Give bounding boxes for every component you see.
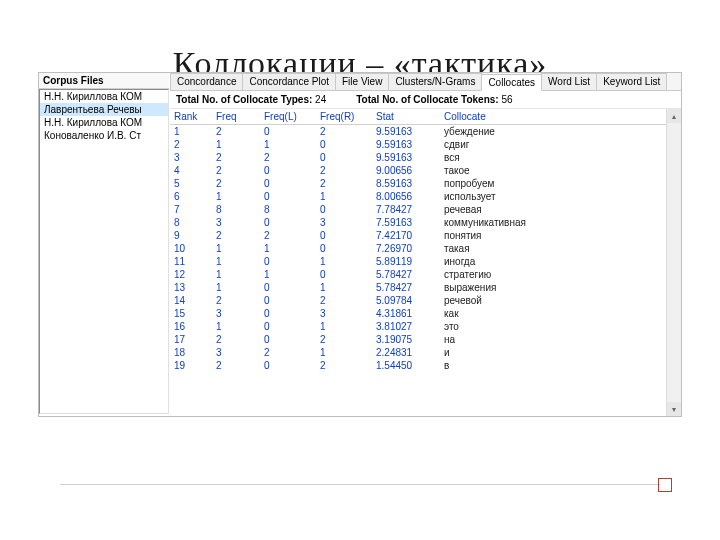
column-header[interactable]: Collocate — [440, 109, 681, 124]
cell: 0 — [260, 281, 316, 294]
tab-word-list[interactable]: Word List — [541, 73, 597, 90]
table-body[interactable]: 12029.59163убеждение21109.59163сдвиг3220… — [170, 125, 681, 414]
cell: 0 — [260, 255, 316, 268]
cell: 2 — [212, 177, 260, 190]
cell: 2 — [212, 229, 260, 242]
cell: 0 — [260, 307, 316, 320]
cell: стратегию — [440, 268, 681, 281]
footer-divider — [60, 484, 660, 485]
table-row[interactable]: 192021.54450в — [170, 359, 681, 372]
cell: 6 — [170, 190, 212, 203]
cell: 3 — [212, 216, 260, 229]
cell: 2.24831 — [372, 346, 440, 359]
table-row[interactable]: 61018.00656использует — [170, 190, 681, 203]
cell: 2 — [212, 359, 260, 372]
cell: 1 — [212, 242, 260, 255]
table-header-row: RankFreqFreq(L)Freq(R)StatCollocate — [170, 109, 681, 125]
column-header[interactable]: Freq(R) — [316, 109, 372, 124]
column-header[interactable]: Rank — [170, 109, 212, 124]
table-row[interactable]: 83037.59163коммуникативная — [170, 216, 681, 229]
corpus-files-list[interactable]: Н.Н. Кириллова КОМЛаврентьева РечевыН.Н.… — [39, 89, 169, 414]
table-row[interactable]: 183212.24831и — [170, 346, 681, 359]
table-row[interactable]: 101107.26970такая — [170, 242, 681, 255]
collocate-types: Total No. of Collocate Types: 24 — [176, 94, 326, 105]
cell: 7.42170 — [372, 229, 440, 242]
cell: 2 — [316, 164, 372, 177]
corpus-file-item[interactable]: Лаврентьева Речевы — [40, 103, 168, 116]
corpus-file-item[interactable]: Н.Н. Кириллова КОМ — [40, 116, 168, 129]
cell: 0 — [316, 138, 372, 151]
corpus-files-header: Corpus Files — [39, 73, 169, 89]
table-row[interactable]: 42029.00656такое — [170, 164, 681, 177]
cell: 13 — [170, 281, 212, 294]
cell: 12 — [170, 268, 212, 281]
tab-file-view[interactable]: File View — [335, 73, 389, 90]
cell: 0 — [260, 320, 316, 333]
table-row[interactable]: 111015.89119иногда — [170, 255, 681, 268]
tab-concordance[interactable]: Concordance — [170, 73, 243, 90]
cell: в — [440, 359, 681, 372]
cell: такая — [440, 242, 681, 255]
app-window: Corpus Files Н.Н. Кириллова КОМЛаврентье… — [38, 72, 682, 417]
scroll-up-icon[interactable]: ▴ — [667, 109, 681, 123]
column-header[interactable]: Stat — [372, 109, 440, 124]
tab-clusters-n-grams[interactable]: Clusters/N-Grams — [388, 73, 482, 90]
cell: 4 — [170, 164, 212, 177]
cell: и — [440, 346, 681, 359]
cell: 1 — [212, 281, 260, 294]
table-row[interactable]: 153034.31861как — [170, 307, 681, 320]
cell: 19 — [170, 359, 212, 372]
cell: 2 — [316, 359, 372, 372]
cell: понятия — [440, 229, 681, 242]
cell: 2 — [212, 164, 260, 177]
cell: 9.59163 — [372, 125, 440, 138]
cell: 3.81027 — [372, 320, 440, 333]
table-row[interactable]: 172023.19075на — [170, 333, 681, 346]
table-row[interactable]: 32209.59163вся — [170, 151, 681, 164]
cell: 9.59163 — [372, 138, 440, 151]
table-row[interactable]: 78807.78427речевая — [170, 203, 681, 216]
cell: 2 — [212, 294, 260, 307]
corpus-file-item[interactable]: Н.Н. Кириллова КОМ — [40, 90, 168, 103]
column-header[interactable]: Freq — [212, 109, 260, 124]
stats-bar: Total No. of Collocate Types: 24 Total N… — [170, 91, 681, 109]
cell: 0 — [260, 164, 316, 177]
column-header[interactable]: Freq(L) — [260, 109, 316, 124]
cell: 9.59163 — [372, 151, 440, 164]
cell: 8.59163 — [372, 177, 440, 190]
cell: 0 — [260, 190, 316, 203]
tab-collocates[interactable]: Collocates — [481, 74, 542, 91]
cell: речевая — [440, 203, 681, 216]
cell: 5.78427 — [372, 281, 440, 294]
cell: 2 — [212, 151, 260, 164]
tab-keyword-list[interactable]: Keyword List — [596, 73, 667, 90]
cell: 1 — [260, 138, 316, 151]
cell: 8.00656 — [372, 190, 440, 203]
table-row[interactable]: 92207.42170понятия — [170, 229, 681, 242]
cell: 10 — [170, 242, 212, 255]
cell: выражения — [440, 281, 681, 294]
table-row[interactable]: 121105.78427стратегию — [170, 268, 681, 281]
tab-bar: ConcordanceConcordance PlotFile ViewClus… — [170, 73, 681, 91]
cell: 2 — [316, 125, 372, 138]
cell: убеждение — [440, 125, 681, 138]
cell: сдвиг — [440, 138, 681, 151]
table-row[interactable]: 161013.81027это — [170, 320, 681, 333]
cell: 3 — [212, 307, 260, 320]
table-row[interactable]: 142025.09784речевой — [170, 294, 681, 307]
collocate-tokens: Total No. of Collocate Tokens: 56 — [356, 94, 512, 105]
cell: 1 — [260, 268, 316, 281]
cell: 0 — [316, 151, 372, 164]
cell: 2 — [316, 333, 372, 346]
cell: 3 — [316, 307, 372, 320]
table-row[interactable]: 52028.59163попробуем — [170, 177, 681, 190]
vertical-scrollbar[interactable]: ▴ ▾ — [666, 109, 681, 416]
corpus-file-item[interactable]: Коноваленко И.В. Ст — [40, 129, 168, 142]
table-row[interactable]: 12029.59163убеждение — [170, 125, 681, 138]
table-row[interactable]: 21109.59163сдвиг — [170, 138, 681, 151]
table-row[interactable]: 131015.78427выражения — [170, 281, 681, 294]
cell: 2 — [316, 177, 372, 190]
tab-concordance-plot[interactable]: Concordance Plot — [242, 73, 336, 90]
scroll-down-icon[interactable]: ▾ — [667, 402, 681, 416]
cell: 3.19075 — [372, 333, 440, 346]
